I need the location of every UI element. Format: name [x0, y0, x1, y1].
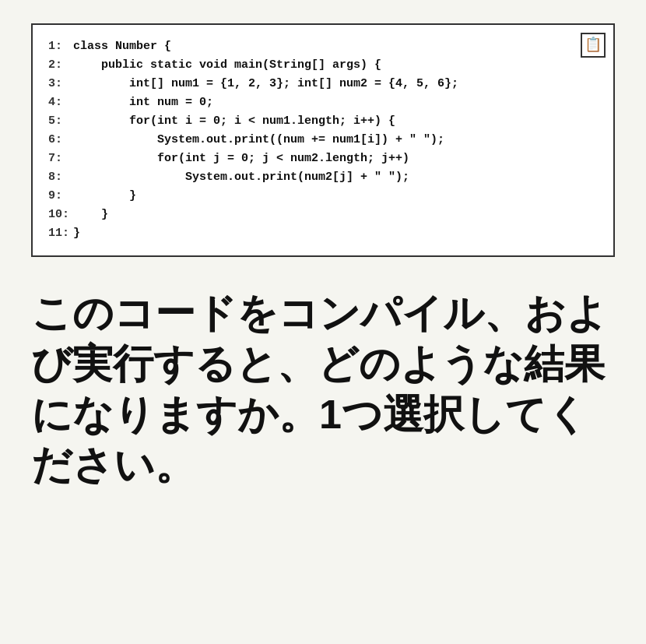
line-number: 1: — [48, 37, 73, 56]
line-code: class Number { — [73, 37, 171, 56]
line-number: 11: — [48, 224, 73, 243]
code-line: 10: } — [48, 206, 598, 224]
line-code: } — [73, 224, 80, 243]
code-line: 11:} — [48, 224, 598, 243]
code-line: 9: } — [48, 187, 598, 206]
line-number: 5: — [48, 112, 73, 131]
code-lines: 1:class Number {2: public static void ma… — [48, 37, 598, 243]
line-number: 10: — [48, 206, 73, 224]
line-number: 6: — [48, 131, 73, 150]
code-line: 5: for(int i = 0; i < num1.length; i++) … — [48, 112, 598, 131]
code-line: 6: System.out.print((num += num1[i]) + "… — [48, 131, 598, 150]
copy-icon[interactable]: 📋 — [581, 33, 606, 58]
line-code: for(int j = 0; j < num2.length; j++) — [73, 150, 409, 168]
line-code: System.out.print(num2[j] + " "); — [73, 168, 409, 187]
line-number: 4: — [48, 93, 73, 112]
line-code: int[] num1 = {1, 2, 3}; int[] num2 = {4,… — [73, 75, 458, 93]
code-line: 4: int num = 0; — [48, 93, 598, 112]
line-number: 3: — [48, 75, 73, 93]
code-line: 1:class Number { — [48, 37, 598, 56]
line-number: 9: — [48, 187, 73, 206]
line-code: int num = 0; — [73, 93, 213, 112]
line-code: } — [73, 206, 108, 224]
code-block-container: 📋 1:class Number {2: public static void … — [31, 23, 615, 257]
code-line: 3: int[] num1 = {1, 2, 3}; int[] num2 = … — [48, 75, 598, 93]
line-code: System.out.print((num += num1[i]) + " ")… — [73, 131, 444, 150]
line-code: for(int i = 0; i < num1.length; i++) { — [73, 112, 395, 131]
code-line: 8: System.out.print(num2[j] + " "); — [48, 168, 598, 187]
line-number: 8: — [48, 168, 73, 187]
line-code: public static void main(String[] args) { — [73, 56, 381, 75]
question-text: このコードをコンパイル、および実行すると、どのような結果になりますか。1つ選択し… — [31, 288, 615, 491]
code-line: 2: public static void main(String[] args… — [48, 56, 598, 75]
line-number: 7: — [48, 150, 73, 168]
line-number: 2: — [48, 56, 73, 75]
line-code: } — [73, 187, 136, 206]
code-line: 7: for(int j = 0; j < num2.length; j++) — [48, 150, 598, 168]
